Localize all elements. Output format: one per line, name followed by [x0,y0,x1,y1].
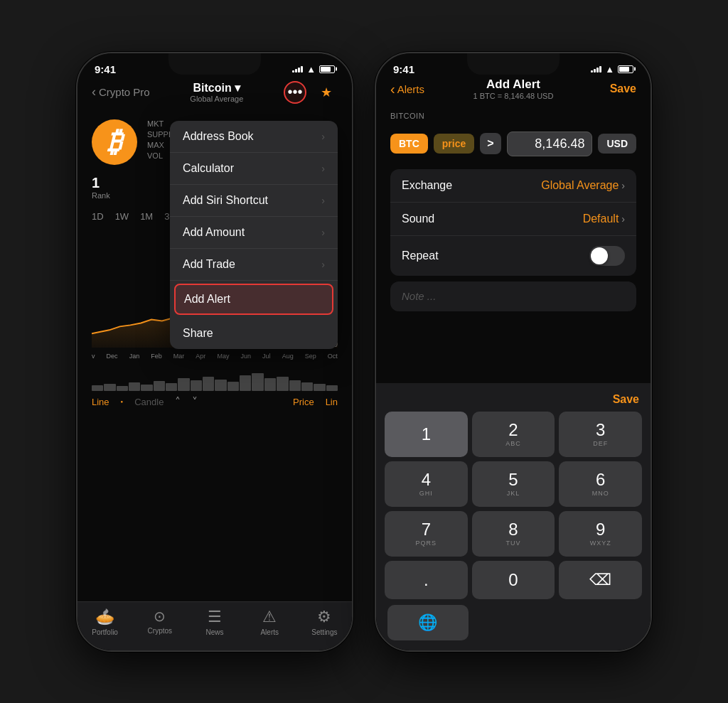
tab-settings-label: Settings [311,628,337,636]
globe-icon: 🌐 [418,613,437,632]
down-arrow-icon[interactable]: ˅ [192,395,198,409]
price-control[interactable]: Price [293,397,314,407]
price-chip[interactable]: price [434,134,474,154]
back-button-left[interactable]: ‹ Crypto Pro [92,85,150,100]
chevron-left-icon-right: ‹ [390,81,395,97]
keyboard-bottom-row: 🌐 [382,602,645,645]
menu-item-add-amount[interactable]: Add Amount › [170,217,338,249]
note-field[interactable]: Note ... [390,281,636,311]
bitcoin-section-label: BITCOIN [376,103,651,124]
left-phone: 9:41 ▲ ‹ Cry [76,52,353,652]
tab-cryptos[interactable]: ⊙ Cryptos [132,608,187,636]
menu-item-address-book[interactable]: Address Book › [170,121,338,153]
back-label-left: Crypto Pro [99,86,150,98]
coin-subtitle: Global Average [190,95,243,103]
alert-config-row: BTC price > 8,146.48 USD [376,124,651,163]
chart-controls: Line ● Candle ˄ ˅ Price Lin [77,391,352,413]
key-4[interactable]: 4 GHI [385,461,468,507]
exchange-value: Global Average › [541,179,625,192]
currency-chip[interactable]: USD [598,134,636,154]
sound-label: Sound [402,213,583,225]
key-2[interactable]: 2 ABC [472,412,555,457]
wifi-icon: ▲ [306,64,316,75]
favorite-button[interactable]: ★ [315,81,338,104]
globe-key[interactable]: 🌐 [387,605,469,640]
alerts-nav: ‹ Alerts Add Alert 1 BTC = 8,146.48 USD … [376,78,651,103]
keyboard-grid: 1 2 ABC 3 DEF 4 GHI [382,409,645,602]
line-control[interactable]: Line [92,397,109,407]
alert-value-field[interactable]: 8,146.48 [507,132,593,156]
tab-news[interactable]: ☰ News [187,608,242,636]
keyboard-save-button[interactable]: Save [613,393,639,406]
tab-1d[interactable]: 1D [92,211,104,222]
notch [168,53,261,75]
bitcoin-logo: ₿ [92,119,137,165]
nav-actions-left: ••• ★ [284,81,338,104]
battery-icon [319,65,335,73]
key-5[interactable]: 5 JKL [472,461,555,507]
chevron-right-icon-sound: › [621,213,625,225]
menu-item-share[interactable]: Share [170,318,338,349]
alert-settings-section: Exchange Global Average › Sound Default … [390,169,636,276]
repeat-toggle[interactable] [589,246,625,266]
key-3[interactable]: 3 DEF [559,412,642,457]
right-phone: 9:41 ▲ ‹ Ale [375,52,652,652]
add-alert-title: Add Alert [473,77,554,92]
time-left: 9:41 [95,63,116,75]
status-icons-left: ▲ [292,64,335,75]
star-icon: ★ [321,85,332,100]
signal-icon-right [591,66,601,73]
operator-chip[interactable]: > [480,133,500,154]
up-arrow-icon[interactable]: ˄ [175,395,181,409]
portfolio-icon: 🥧 [95,608,114,626]
tab-cryptos-label: Cryptos [148,627,172,635]
sound-value: Default › [583,213,625,225]
coin-title: Bitcoin ▾ [190,81,243,95]
nav-bar-left: ‹ Crypto Pro Bitcoin ▾ Global Average ••… [77,78,352,109]
news-icon: ☰ [208,608,222,626]
alerts-back-button[interactable]: ‹ Alerts [390,81,424,97]
menu-item-add-alert[interactable]: Add Alert [174,284,333,315]
sound-row[interactable]: Sound Default › [390,203,636,236]
cryptos-icon: ⊙ [154,608,166,625]
key-delete[interactable]: ⌫ [559,561,642,599]
alerts-back-label: Alerts [397,83,424,95]
repeat-label: Repeat [402,249,589,262]
wifi-icon-right: ▲ [605,64,614,75]
menu-item-add-trade[interactable]: Add Trade › [170,249,338,281]
chevron-right-icon: › [621,180,625,191]
more-button[interactable]: ••• [284,81,306,104]
exchange-row[interactable]: Exchange Global Average › [390,169,636,203]
key-9[interactable]: 9 WXYZ [559,511,642,557]
tab-1m[interactable]: 1M [140,211,153,222]
key-8[interactable]: 8 TUV [472,511,555,557]
save-button-top[interactable]: Save [610,82,636,95]
ellipsis-icon: ••• [287,84,302,100]
number-keyboard: Save 1 2 ABC 3 DEF [376,383,651,650]
chevron-right-icon: › [321,227,325,238]
btc-chip[interactable]: BTC [390,134,428,154]
tab-alerts-label: Alerts [260,628,279,636]
tab-portfolio-label: Portfolio [92,628,118,636]
key-6[interactable]: 6 MNO [559,461,642,507]
tab-portfolio[interactable]: 🥧 Portfolio [77,608,132,636]
chevron-right-icon: › [321,195,325,206]
tab-settings[interactable]: ⚙ Settings [297,608,352,636]
alerts-icon: ⚠ [262,608,277,626]
key-1[interactable]: 1 [385,412,468,457]
candle-control[interactable]: Candle [134,397,164,407]
tab-bar-left: 🥧 Portfolio ⊙ Cryptos ☰ News ⚠ Alerts ⚙ [77,601,352,650]
tab-alerts[interactable]: ⚠ Alerts [242,608,297,636]
menu-item-siri[interactable]: Add Siri Shortcut › [170,185,338,217]
keyboard-save-row: Save [382,389,645,409]
lin-control[interactable]: Lin [326,397,338,407]
menu-item-calculator[interactable]: Calculator › [170,153,338,185]
key-decimal[interactable]: . [385,561,468,599]
key-0[interactable]: 0 [472,561,555,599]
volume-bars [77,370,352,391]
key-7[interactable]: 7 PQRS [385,511,468,557]
chevron-left-icon: ‹ [92,85,96,100]
repeat-row: Repeat [390,236,636,276]
chevron-right-icon: › [321,259,325,270]
tab-1w[interactable]: 1W [115,211,129,222]
